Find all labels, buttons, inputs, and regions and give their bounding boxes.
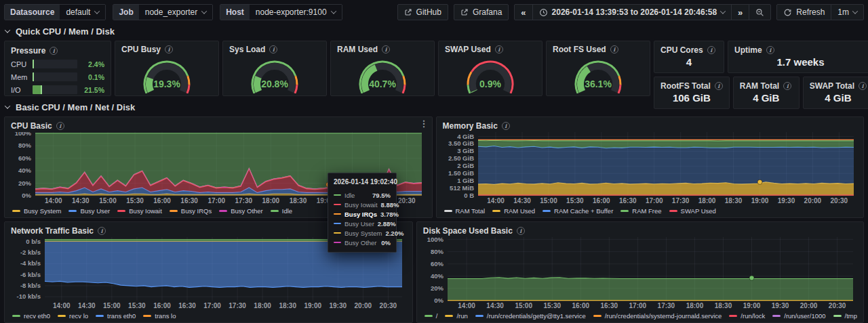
- legend-item-recv-eth0[interactable]: recv eth0: [12, 312, 50, 320]
- tooltip-row-idle: Idle79.5%: [334, 190, 391, 200]
- legend-item-busy-iowait[interactable]: Busy Iowait: [117, 207, 162, 215]
- memory-basic-chart[interactable]: 0 B512 MiB1 GiB1.50 GiB2 GiB2.50 GiB3 Gi…: [443, 132, 858, 205]
- panel-title[interactable]: RAM Used: [337, 45, 378, 54]
- panel-title[interactable]: CPU Busy: [121, 45, 161, 54]
- legend-item-busy-irqs[interactable]: Busy IRQs: [170, 207, 212, 215]
- svg-text:-6 kb/s: -6 kb/s: [20, 271, 41, 278]
- svg-text:16:00: 16:00: [593, 197, 610, 204]
- panel-title[interactable]: Disk Space Used Basic: [423, 226, 513, 236]
- info-icon[interactable]: i: [707, 46, 715, 54]
- svg-text:20.8%: 20.8%: [261, 79, 288, 89]
- panel-title[interactable]: SWAP Total: [810, 81, 854, 91]
- svg-text:15:30: 15:30: [126, 197, 144, 204]
- disk-space-chart[interactable]: 0%20%40%60%80%100%14:0014:3015:0015:3016…: [423, 237, 857, 310]
- legend-label: /run: [456, 312, 467, 320]
- legend-item-run-lock[interactable]: /run/lock: [729, 312, 765, 320]
- info-icon[interactable]: i: [98, 227, 106, 235]
- legend-item-run-credentials-systemd-journald-service[interactable]: /run/credentials/systemd-journald.servic…: [593, 312, 722, 320]
- tooltip-series-value: 2.20%: [385, 230, 403, 237]
- pressure-bar-fill: [33, 72, 34, 81]
- legend-item-ram-total[interactable]: RAM Total: [444, 207, 486, 215]
- svg-text:-10 kb/s: -10 kb/s: [17, 293, 41, 300]
- legend-label: recv eth0: [24, 312, 50, 320]
- info-icon[interactable]: i: [859, 82, 867, 90]
- svg-text:14:30: 14:30: [513, 197, 531, 204]
- info-icon[interactable]: i: [783, 82, 791, 90]
- panel-header: Root FS Usedi: [553, 45, 644, 54]
- info-icon[interactable]: i: [495, 45, 503, 53]
- legend-swatch: [96, 315, 104, 317]
- panel-menu-icon[interactable]: ⋮: [420, 120, 429, 128]
- section-quick-cpu-mem-disk[interactable]: Quick CPU / Mem / Disk: [5, 24, 864, 38]
- legend-item-[interactable]: /: [425, 312, 438, 320]
- info-icon[interactable]: i: [766, 46, 774, 54]
- info-icon[interactable]: i: [56, 122, 64, 130]
- refresh-button[interactable]: Refresh: [776, 4, 831, 20]
- legend-item-tmp[interactable]: /tmp: [833, 312, 857, 320]
- panel-title[interactable]: Sys Load: [229, 45, 265, 54]
- legend-item-recv-lo[interactable]: recv lo: [58, 312, 88, 320]
- tooltip-series-value: 0%: [381, 239, 391, 246]
- svg-text:14:00: 14:00: [458, 302, 475, 309]
- forward-icon: »: [738, 7, 743, 18]
- svg-text:18:00: 18:00: [262, 197, 280, 204]
- panel-title[interactable]: Network Traffic Basic: [11, 226, 94, 236]
- info-icon[interactable]: i: [502, 122, 510, 130]
- zoom-out-button[interactable]: [749, 4, 771, 20]
- pressure-bar-fill: [33, 60, 34, 68]
- info-icon[interactable]: i: [715, 82, 723, 90]
- info-icon[interactable]: i: [50, 47, 58, 55]
- panel-header: Memory Basic i: [443, 120, 858, 132]
- variable-job-select[interactable]: node_exporter: [139, 5, 212, 20]
- refresh-interval-select[interactable]: 1m: [831, 4, 864, 20]
- info-icon[interactable]: i: [517, 227, 525, 235]
- panel-header: CPU Basic i ⋮: [11, 120, 426, 132]
- chevron-down-icon: [330, 8, 336, 14]
- svg-text:0 b/s: 0 b/s: [26, 238, 41, 245]
- time-shift-forward-button[interactable]: »: [731, 4, 749, 20]
- variable-host-select[interactable]: node-exporter:9100: [250, 5, 342, 20]
- legend-item-busy-system[interactable]: Busy System: [12, 207, 61, 215]
- svg-text:16:00: 16:00: [153, 197, 171, 204]
- tooltip-series-name: Busy System: [344, 230, 382, 237]
- panel-title[interactable]: Root FS Used: [553, 45, 606, 54]
- legend-item-idle[interactable]: Idle: [271, 207, 292, 215]
- legend-item-trans-lo[interactable]: trans lo: [143, 312, 176, 320]
- legend-item-ram-used[interactable]: RAM Used: [492, 207, 535, 215]
- github-link-button[interactable]: GitHub: [397, 4, 448, 20]
- tooltip-row-busy-other: Busy Other0%: [334, 238, 391, 247]
- variable-datasource-select[interactable]: default: [60, 5, 105, 20]
- chart-row-1: CPU Basic i ⋮ 0%20%40%60%80%100%14:0014:…: [4, 116, 864, 218]
- legend-item-run[interactable]: /run: [445, 312, 467, 320]
- legend-item-run-credentials-getty-tty1-service[interactable]: /run/credentials/getty@tty1.service: [475, 312, 586, 320]
- quick-row: Pressure i CPU2.4%Mem0.1%I/O21.5% CPU Bu…: [4, 41, 864, 96]
- panel-title[interactable]: Uptime: [734, 45, 762, 55]
- time-range-picker[interactable]: 2026-01-14 13:39:53 to 2026-01-14 20:46:…: [532, 4, 732, 20]
- panel-title[interactable]: RAM Total: [740, 81, 779, 91]
- stat-value: 4 GiB: [810, 92, 867, 106]
- panel-title[interactable]: SWAP Used: [445, 45, 491, 54]
- panel-title[interactable]: CPU Cores: [660, 45, 703, 55]
- legend-item-busy-other[interactable]: Busy Other: [219, 207, 263, 215]
- svg-text:19.3%: 19.3%: [153, 79, 180, 89]
- panel-title[interactable]: RootFS Total: [660, 81, 711, 91]
- info-icon[interactable]: i: [165, 45, 173, 53]
- legend-item-ram-free[interactable]: RAM Free: [620, 207, 661, 215]
- info-icon[interactable]: i: [269, 45, 277, 53]
- legend-label: Busy IRQs: [181, 207, 212, 215]
- panel-title[interactable]: CPU Basic: [11, 121, 52, 131]
- legend-item-run-user-1000[interactable]: /run/user/1000: [772, 312, 825, 320]
- panel-title[interactable]: Pressure: [11, 46, 45, 56]
- legend-item-busy-user[interactable]: Busy User: [68, 207, 110, 215]
- time-shift-back-button[interactable]: «: [514, 4, 532, 20]
- panel-title[interactable]: Memory Basic: [443, 121, 498, 131]
- legend-item-ram-cache-buffer[interactable]: RAM Cache + Buffer: [542, 207, 613, 215]
- info-icon[interactable]: i: [610, 45, 618, 53]
- grafana-link-button[interactable]: Grafana: [454, 4, 509, 20]
- chevron-down-icon: [94, 8, 100, 14]
- svg-text:15:00: 15:00: [515, 302, 532, 309]
- info-icon[interactable]: i: [382, 45, 390, 53]
- legend-item-swap-used[interactable]: SWAP Used: [669, 207, 716, 215]
- svg-text:16:00: 16:00: [153, 302, 171, 309]
- legend-item-trans-eth0[interactable]: trans eth0: [96, 312, 136, 320]
